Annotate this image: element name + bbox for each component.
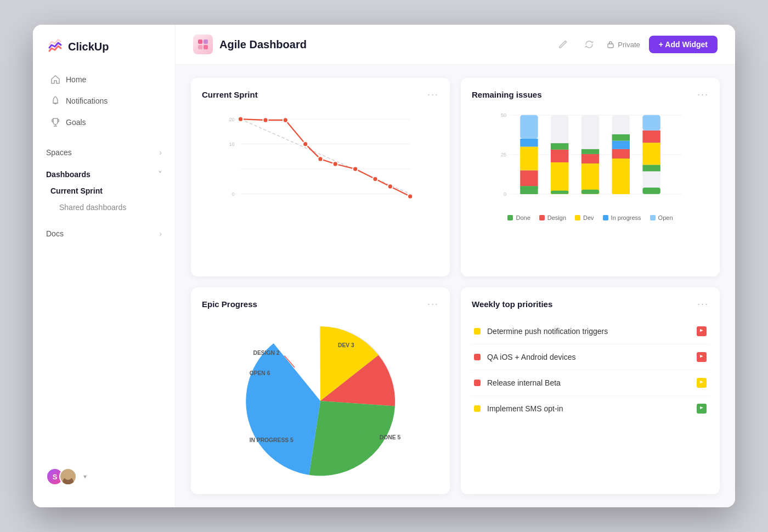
svg-point-3 [65,472,73,479]
weekly-priorities-menu[interactable]: ··· [697,298,709,310]
remaining-issues-menu[interactable]: ··· [697,89,709,100]
svg-text:DONE 5: DONE 5 [380,434,401,440]
refresh-button[interactable] [580,36,598,53]
current-sprint-title: Current Sprint [202,90,258,99]
svg-point-27 [408,194,413,199]
legend-inprogress-dot [603,215,608,220]
priority-dot-3 [474,380,481,386]
sidebar-docs[interactable]: Docs › [33,220,175,242]
svg-rect-62 [642,115,660,131]
svg-text:IN PROGRESS 5: IN PROGRESS 5 [250,437,293,443]
svg-text:0: 0 [504,191,506,197]
priority-item: QA iOS + Android devices [472,344,709,370]
svg-rect-38 [520,139,538,146]
svg-rect-9 [608,44,613,48]
svg-text:25: 25 [501,152,506,157]
priority-text-4: Implement SMS opt-in [487,404,690,413]
legend-done-dot [507,215,513,220]
priority-text-1: Determine push notification triggers [487,327,690,336]
topbar-actions: Private + Add Widget [554,36,718,53]
priority-dot-1 [474,328,481,335]
priority-text-3: Release internal Beta [487,378,690,387]
add-widget-label: + Add Widget [659,40,708,49]
user-menu-chevron-icon[interactable]: ▾ [83,473,87,480]
avatar-group[interactable]: S [46,468,77,485]
svg-rect-64 [642,188,660,194]
legend-open: Open [650,214,673,221]
svg-rect-8 [204,45,208,49]
docs-chevron-icon: › [159,229,162,238]
svg-rect-47 [551,162,568,165]
bar-chart-legend: Done Design Dev In progress [472,214,709,221]
svg-text:20: 20 [229,117,235,122]
svg-rect-49 [581,163,599,194]
svg-rect-52 [581,190,599,194]
legend-design-dot [539,215,545,220]
legend-design: Design [539,214,566,221]
svg-text:DEV 3: DEV 3 [338,342,354,348]
current-sprint-label: Current Sprint [50,186,103,195]
sidebar-item-notifications[interactable]: Notifications [37,90,171,111]
edit-button[interactable] [554,36,572,53]
svg-text:DESIGN 2: DESIGN 2 [253,350,280,356]
svg-point-21 [303,142,308,146]
svg-rect-43 [551,162,568,194]
svg-rect-57 [612,134,630,141]
legend-inprogress: In progress [603,214,641,221]
svg-rect-46 [551,191,568,194]
spaces-label: Spaces [46,148,72,157]
logo: ClickUp [33,38,175,69]
sidebar-item-shared-dashboards[interactable]: Shared dashboards [46,199,175,216]
home-icon [50,75,60,84]
sidebar-spaces[interactable]: Spaces › [33,139,175,161]
epic-progress-menu[interactable]: ··· [427,298,439,310]
current-sprint-menu[interactable]: ··· [427,89,439,100]
sidebar-item-current-sprint[interactable]: Current Sprint [46,183,175,199]
legend-open-label: Open [658,214,673,221]
app-window: ClickUp Home Notifications [33,25,735,507]
weekly-priorities-card: Weekly top priorities ··· Determine push… [461,287,720,494]
legend-open-dot [650,215,656,220]
svg-point-20 [283,117,288,122]
sprint-chart: 20 10 0 [202,109,439,265]
remaining-issues-card: Remaining issues ··· 50 25 0 [461,78,720,276]
priority-item: Implement SMS opt-in [472,396,709,421]
dashboard-icon [193,35,213,54]
svg-text:OPEN 6: OPEN 6 [250,370,270,376]
sidebar-item-goals[interactable]: Goals [37,112,171,133]
weekly-priorities-header: Weekly top priorities ··· [472,298,709,310]
sidebar-item-home[interactable]: Home [37,69,171,90]
svg-rect-45 [551,143,568,150]
svg-rect-40 [520,186,538,189]
private-label: Private [618,41,640,49]
add-widget-button[interactable]: + Add Widget [649,36,718,53]
svg-rect-54 [612,159,630,194]
dashboard-grid: Current Sprint ··· 20 10 0 [176,65,735,507]
priority-dot-2 [474,354,481,360]
epic-progress-title: Epic Progress [202,299,257,309]
dashboards-chevron-icon: ˅ [158,170,162,179]
sidebar-item-notifications-label: Notifications [66,97,108,105]
legend-dev-dot [575,215,580,220]
svg-rect-7 [198,45,202,49]
svg-point-19 [263,117,268,122]
sidebar-dashboards[interactable]: Dashboards ˅ [33,161,175,183]
priority-dot-4 [474,405,481,412]
remaining-issues-chart: 50 25 0 [472,109,709,265]
pie-chart-area: DEV 3 DESIGN 2 DONE 5 IN PROGRESS 5 OPEN… [202,319,439,483]
svg-point-23 [333,161,338,166]
svg-rect-37 [520,146,538,170]
svg-rect-36 [520,171,538,186]
avatar-img [59,468,77,485]
priority-flag-4 [697,404,707,414]
svg-rect-61 [642,131,660,143]
priority-flag-3 [697,378,707,388]
svg-point-18 [238,117,243,122]
legend-dev: Dev [575,214,594,221]
legend-dev-label: Dev [583,214,594,221]
epic-progress-card: Epic Progress ··· [191,287,450,494]
svg-point-26 [388,184,393,189]
svg-text:0: 0 [232,191,235,197]
legend-design-label: Design [547,214,566,221]
sidebar-nav: Home Notifications Goals [33,69,175,459]
